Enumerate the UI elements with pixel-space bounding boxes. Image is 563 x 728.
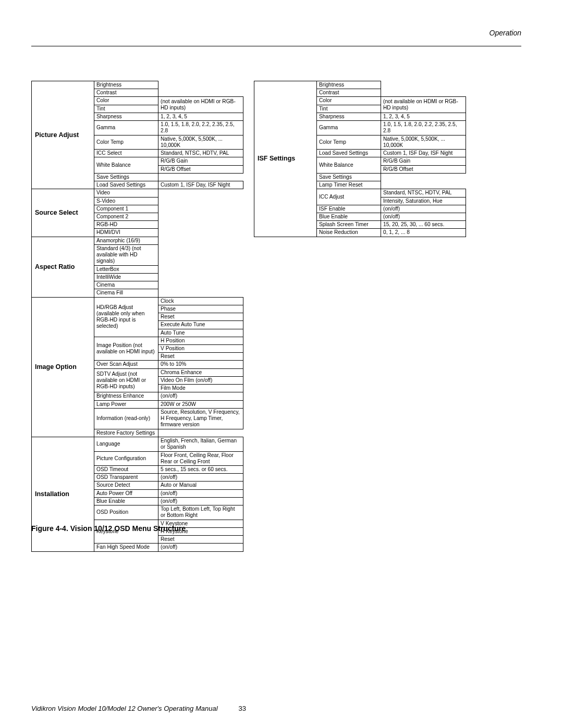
cell: Source Detect <box>94 482 158 489</box>
cell: LetterBox <box>94 265 158 273</box>
cell: Sharpness <box>317 113 381 120</box>
cell: Gamma <box>317 121 381 135</box>
cell: Clock <box>158 297 243 305</box>
section-heading: Operation <box>489 29 521 37</box>
cell: Brightness Enhance <box>94 392 158 400</box>
cell: 0, 1, 2, ... 8 <box>381 229 466 237</box>
cell: Lamp Power <box>94 400 158 408</box>
cell: Load Saved Settings <box>94 181 158 189</box>
cell: Blue Enable <box>94 497 158 505</box>
category-picture-adjust: Picture Adjust <box>32 81 94 189</box>
cell: Video <box>94 189 158 197</box>
cell: (on/off) <box>158 474 243 482</box>
cell: Top Left, Bottom Left, Top Right or Bott… <box>158 505 243 520</box>
cell: OSD Timeout <box>94 466 158 474</box>
cell: (on/off) <box>381 213 466 220</box>
tables-area: Picture Adjust Brightness Contrast Color… <box>31 81 532 552</box>
cell: (on/off) <box>158 489 243 497</box>
cell: Splash Screen Timer <box>317 221 381 229</box>
cell: Source, Resolution, V Frequency, H Frequ… <box>158 408 243 429</box>
cell: 1, 2, 3, 4, 5 <box>158 113 243 120</box>
cell: Native, 5,000K, 5,500K, ... 10,000K <box>381 135 466 149</box>
cell: Contrast <box>317 89 381 97</box>
cell: Custom 1, ISF Day, ISF Night <box>158 181 243 189</box>
cell: (on/off) <box>158 392 243 400</box>
cell: Anamorphic (16/9) <box>94 237 158 244</box>
cell: Component 2 <box>94 213 158 220</box>
cell: Phase <box>158 305 243 313</box>
cell: R/G/B Offset <box>158 165 243 173</box>
cell: Standard, NTSC, HDTV, PAL <box>381 189 466 197</box>
cell: Lamp Timer Reset <box>317 181 381 189</box>
table-row: Image Option HD/RGB Adjust (available on… <box>32 297 243 305</box>
cell: H Position <box>158 337 243 344</box>
cell: Custom 1, ISF Day, ISF Night <box>381 150 466 157</box>
cell: (not available on HDMI or RGB-HD inputs) <box>158 97 243 113</box>
menu-table-right: ISF Settings Brightness Contrast Color(n… <box>254 81 466 237</box>
footer-page-number: 33 <box>239 705 246 712</box>
table-row: Picture Adjust Brightness <box>32 81 243 89</box>
left-column: Picture Adjust Brightness Contrast Color… <box>31 81 243 552</box>
page: Operation Picture Adjust Brightness Cont… <box>0 0 563 728</box>
cell: (on/off) <box>381 205 466 213</box>
cell: (on/off) <box>158 544 243 551</box>
cell: Image Position (not available on HDMI in… <box>94 337 158 361</box>
cell: Reset <box>158 536 243 544</box>
cell: R/G/B Gain <box>158 157 243 165</box>
cell: Tint <box>94 105 158 113</box>
cell: HD/RGB Adjust (available only when RGB-H… <box>94 297 158 337</box>
cell: Information (read-only) <box>94 408 158 429</box>
cell: Execute Auto Tune <box>158 321 243 329</box>
cell: 1.0, 1.5, 1.8, 2.0, 2.2, 2.35, 2.5, 2.8 <box>381 121 466 135</box>
cell: Language <box>94 437 158 451</box>
cell: V Position <box>158 344 243 352</box>
page-footer: Vidikron Vision Model 10/Model 12 Owner'… <box>31 705 521 712</box>
table-row: Aspect Ratio Anamorphic (16/9) <box>32 237 243 244</box>
cell: 1, 2, 3, 4, 5 <box>381 113 466 120</box>
cell: Floor Front, Ceiling Rear, Floor Rear or… <box>158 451 243 465</box>
cell: Component 1 <box>94 205 158 213</box>
cell: Video On Film (on/off) <box>158 376 243 384</box>
cell: Auto or Manual <box>158 482 243 489</box>
cell: 200W or 250W <box>158 400 243 408</box>
cell: Auto Tune <box>158 329 243 337</box>
cell: Fan High Speed Mode <box>94 544 158 551</box>
cell: IntelliWide <box>94 273 158 281</box>
cell: Gamma <box>94 121 158 135</box>
category-installation: Installation <box>32 437 94 552</box>
cell: (on/off) <box>158 497 243 505</box>
cell: Color <box>317 97 381 105</box>
cell: Sharpness <box>94 113 158 120</box>
cell: S-Video <box>94 197 158 205</box>
cell: Contrast <box>94 89 158 97</box>
cell: Reset <box>158 353 243 361</box>
cell: Standard, NTSC, HDTV, PAL <box>158 150 243 157</box>
cell: Restore Factory Settings <box>94 429 158 437</box>
cell: Color Temp <box>94 135 158 149</box>
category-image-option: Image Option <box>32 297 94 437</box>
cell: HDMI/DVI <box>94 229 158 237</box>
cell: Color Temp <box>317 135 381 149</box>
cell: Cinema <box>94 281 158 289</box>
cell: Save Settings <box>317 173 381 181</box>
cell: Color <box>94 97 158 105</box>
cell: (not available on HDMI or RGB-HD inputs) <box>381 97 466 113</box>
cell: ICC Adjust <box>317 189 381 205</box>
cell: English, French, Italian, German or Span… <box>158 437 243 451</box>
cell: OSD Position <box>94 505 158 520</box>
cell: 0% to 10% <box>158 361 243 368</box>
cell: Standard (4/3) (not available with HD si… <box>94 244 158 265</box>
category-aspect-ratio: Aspect Ratio <box>32 237 94 297</box>
cell: Reset <box>158 313 243 321</box>
cell: Brightness <box>317 81 381 89</box>
cell: Intensity, Saturation, Hue <box>381 197 466 205</box>
cell: RGB-HD <box>94 221 158 229</box>
cell: Film Mode <box>158 385 243 392</box>
cell: ICC Select <box>94 150 158 157</box>
cell: Save Settings <box>94 173 158 181</box>
cell: Chroma Enhance <box>158 368 243 376</box>
cell: Blue Enable <box>317 213 381 220</box>
category-source-select: Source Select <box>32 189 94 237</box>
cell: Noise Reduction <box>317 229 381 237</box>
category-isf-settings: ISF Settings <box>254 81 317 237</box>
